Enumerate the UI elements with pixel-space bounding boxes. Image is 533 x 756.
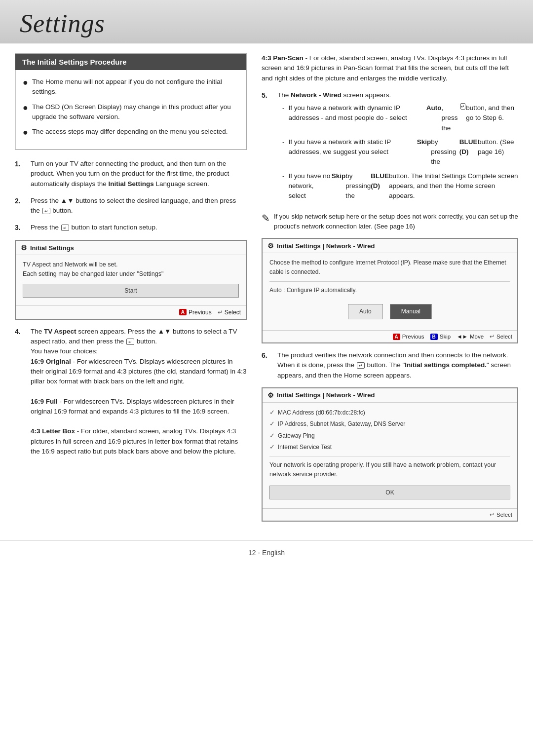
- step4-text1: The TV Aspect screen appears. Press the …: [31, 328, 237, 345]
- note-icon: ✎: [262, 211, 270, 226]
- enter-button-icon: ↵: [357, 362, 365, 369]
- step-2: 2. Press the ▲▼ buttons to select the de…: [15, 196, 247, 216]
- tv-screen-title: Initial Settings: [30, 244, 74, 252]
- select-text: Select: [225, 309, 241, 316]
- bullet-text: The Home menu will not appear if you do …: [32, 77, 239, 97]
- tv-screen2-body1: Choose the method to configure Internet …: [269, 258, 510, 277]
- move-label: ◄► Move: [457, 334, 484, 340]
- bullet-icon: ●: [23, 101, 28, 114]
- settings-icon: ⚙: [267, 242, 274, 250]
- page-footer: 12 - English: [0, 540, 533, 562]
- manual-button[interactable]: Manual: [390, 304, 432, 319]
- checkmark-icon: ✓: [269, 442, 275, 452]
- check-text: IP Address, Subnet Mask, Gateway, DNS Se…: [278, 419, 405, 428]
- prev-text: Previous: [402, 334, 424, 340]
- list-item: ● The OSD (On Screen Display) may change…: [23, 102, 239, 122]
- start-button[interactable]: Start: [23, 284, 239, 298]
- step-number: 5.: [262, 90, 272, 101]
- tv-screen3-body: ✓ MAC Address (d0:66:7b:dc:28:fc) ✓ IP A…: [263, 403, 517, 509]
- tv-screen-body: TV Aspect and Network will be set. Each …: [16, 255, 246, 305]
- blue-button-indicator: B: [430, 334, 438, 340]
- checkmark-icon: ✓: [269, 431, 275, 441]
- section-header: The Initial Settings Procedure: [15, 54, 246, 70]
- list-item: If you have no network, select Skip by p…: [282, 171, 518, 201]
- tv-footer2: A Previous B Skip ◄► Move ↵ Select: [263, 330, 517, 342]
- step-3: 3. Press the ↵ button to start function …: [15, 223, 247, 233]
- left-column: The Initial Settings Procedure ● The Hom…: [15, 53, 247, 526]
- auto-manual-buttons: Auto Manual: [269, 304, 510, 319]
- list-item: If you have a network with dynamic IP ad…: [282, 103, 518, 133]
- settings-icon: ⚙: [267, 391, 274, 399]
- enter-icon: ↵: [490, 511, 495, 518]
- checkmark-icon: ✓: [269, 419, 275, 429]
- skip-label: B Skip: [430, 334, 451, 340]
- prev-text: Previous: [189, 309, 212, 316]
- pan-scan-label: 4:3 Pan-Scan: [262, 54, 304, 62]
- tv-body-line2: Each setting may be changed later under …: [23, 269, 239, 279]
- step-content: The product verifies the network connect…: [277, 350, 518, 380]
- step-text: The TV Aspect screen appears. Press the …: [31, 327, 247, 456]
- step-number: 1.: [15, 159, 26, 169]
- enter-button-icon: ↵: [460, 103, 465, 110]
- tv-screen-network-wired: ⚙ Initial Settings | Network - Wired Cho…: [262, 238, 518, 343]
- tv-footer: A Previous ↵ Select: [16, 305, 246, 319]
- check-text: MAC Address (d0:66:7b:dc:28:fc): [278, 408, 365, 417]
- page-title: Settings: [20, 9, 513, 38]
- tv-screen2-body2: Auto : Configure IP automatically.: [269, 286, 510, 295]
- ok-button[interactable]: OK: [269, 486, 510, 499]
- tv-title-bar: ⚙ Initial Settings | Network - Wired: [263, 388, 517, 403]
- step-4: 4. The TV Aspect screen appears. Press t…: [15, 327, 247, 456]
- step-number: 2.: [15, 196, 26, 206]
- main-content: The Initial Settings Procedure ● The Hom…: [0, 43, 533, 535]
- check-text: Internet Service Test: [278, 443, 332, 452]
- tv-screen-initial-settings: ⚙ Initial Settings TV Aspect and Network…: [15, 240, 247, 320]
- tv-screen3-title: Initial Settings | Network - Wired: [277, 391, 375, 399]
- initial-settings-section: The Initial Settings Procedure ● The Hom…: [15, 53, 247, 150]
- arrows-icon: ◄►: [457, 334, 468, 340]
- check-item: ✓ Internet Service Test: [269, 442, 510, 452]
- settings-icon: ⚙: [21, 244, 27, 252]
- note-text: If you skip network setup here or the se…: [274, 212, 518, 231]
- bullet-list: ● The Home menu will not appear if you d…: [15, 70, 246, 150]
- enter-icon: ↵: [218, 309, 223, 316]
- tv-screen2-title: Initial Settings | Network - Wired: [277, 242, 375, 250]
- tv-title-bar: ⚙ Initial Settings | Network - Wired: [263, 239, 517, 253]
- tv-body-line1: TV Aspect and Network will be set.: [23, 260, 239, 269]
- step-text: Turn on your TV after connecting the pro…: [31, 159, 247, 189]
- select-text: Select: [496, 512, 512, 518]
- check-item: ✓ MAC Address (d0:66:7b:dc:28:fc): [269, 408, 510, 417]
- enter-button-icon: ↵: [61, 225, 69, 231]
- note-box: ✎ If you skip network setup here or the …: [262, 212, 518, 231]
- sub-list: If you have a network with dynamic IP ad…: [282, 103, 518, 201]
- select-label: ↵ Select: [490, 333, 512, 340]
- red-button-indicator: A: [179, 309, 187, 315]
- choice-2: 16:9 Full - For widescreen TVs. Displays…: [31, 398, 234, 415]
- select-label: ↵ Select: [218, 309, 241, 316]
- right-column: 4:3 Pan-Scan - For older, standard scree…: [257, 53, 518, 526]
- step5-text: The Network - Wired screen appears.: [277, 91, 391, 99]
- step6-text: The product verifies the network connect…: [277, 351, 511, 379]
- step-1: 1. Turn on your TV after connecting the …: [15, 159, 247, 189]
- bullet-text: The OSD (On Screen Display) may change i…: [32, 102, 239, 122]
- step-content: The Network - Wired screen appears. If y…: [277, 90, 518, 205]
- prev-label: A Previous: [179, 309, 212, 316]
- bullet-icon: ●: [23, 76, 28, 89]
- list-item: ● The Home menu will not appear if you d…: [23, 77, 239, 97]
- bullet-text: The access steps may differ depending on…: [32, 127, 228, 137]
- list-item: If you have a network with static IP add…: [282, 137, 518, 167]
- check-item: ✓ Gateway Ping: [269, 431, 510, 441]
- move-text: Move: [470, 334, 484, 340]
- auto-button[interactable]: Auto: [348, 304, 383, 319]
- tv-screen-network-ok: ⚙ Initial Settings | Network - Wired ✓ M…: [262, 387, 518, 522]
- divider: [269, 281, 510, 282]
- step-6: 6. The product verifies the network conn…: [262, 350, 518, 380]
- tv-footer3: ↵ Select: [263, 508, 517, 521]
- check-item: ✓ IP Address, Subnet Mask, Gateway, DNS …: [269, 419, 510, 429]
- page-separator: -: [258, 549, 262, 557]
- tv-screen2-body: Choose the method to configure Internet …: [263, 253, 517, 330]
- network-note: Your network is operating properly. If y…: [269, 460, 510, 479]
- page: Settings The Initial Settings Procedure …: [0, 0, 533, 756]
- header: Settings: [0, 0, 533, 43]
- divider: [269, 456, 510, 456]
- check-text: Gateway Ping: [278, 431, 315, 440]
